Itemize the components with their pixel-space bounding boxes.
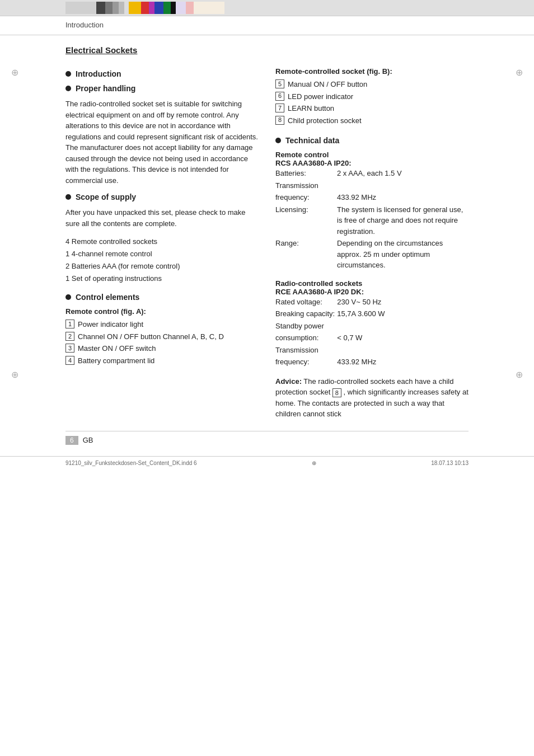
socket-spec-label-voltage: Rated voltage: (275, 296, 337, 308)
socket-fig-b-heading: Remote-controlled socket (fig. B): (275, 67, 469, 76)
rc-spec-value-batteries: 2 x AAA, each 1.5 V (337, 167, 469, 180)
remote-item-2: 2 Channel ON / OFF button Channel A, B, … (65, 331, 259, 342)
page-title: Electrical Sockets (65, 45, 469, 55)
rc-spec-value-frequency: 433.92 MHz (337, 191, 469, 204)
socket-spec-voltage: Rated voltage: 230 V~ 50 Hz (275, 296, 469, 308)
rc-spec-frequency: frequency: 433.92 MHz (275, 191, 469, 204)
scope-item-1: 4 Remote controlled sockets (65, 236, 259, 248)
remote-item-3: 3 Master ON / OFF switch (65, 343, 259, 354)
seg-red (141, 2, 149, 14)
remote-item-2-text: Channel ON / OFF button Channel A, B, C,… (78, 331, 224, 342)
intro-heading-text: Introduction (76, 69, 121, 78)
intro-heading: Introduction (65, 69, 259, 78)
num-box-3: 3 (65, 344, 74, 353)
rc-spec-value-range: Depending on the circumstances approx. 2… (337, 237, 469, 271)
rc-model-line2: RCS AAA3680-A IP20: (275, 159, 352, 167)
footer-date: 18.07.13 10:13 (431, 460, 469, 466)
rc-spec-label-batteries: Batteries: (275, 167, 337, 180)
footer-file-name: 91210_silv_Funksteckdosen-Set_Content_DK… (65, 460, 197, 466)
rc-model-line1: Remote control (275, 151, 329, 159)
right-column: Remote-controlled socket (fig. B): 5 Man… (275, 65, 469, 420)
scope-item-3: 2 Batteries AAA (for remote control) (65, 260, 259, 273)
scope-heading: Scope of supply (65, 192, 259, 201)
socket-spec-label-standby: Standby power (275, 320, 337, 332)
seg-gray1 (65, 2, 96, 14)
bullet-dot-scope (65, 194, 71, 200)
socket-spec-value-frequency: 433.92 MHz (337, 356, 469, 368)
rc-spec-label-transmission: Transmission (275, 180, 337, 192)
reg-mark-left-mid: ⊕ (11, 369, 18, 380)
advice-num-box: 8 (332, 388, 341, 397)
control-heading-text: Control elements (76, 293, 139, 302)
socket-model-heading: Radio-controlled sockets RCE AAA3680-A I… (275, 279, 469, 296)
num-box-2: 2 (65, 332, 74, 341)
top-color-bar (0, 0, 534, 16)
tech-heading: Technical data (275, 136, 469, 145)
seg-blue (154, 2, 163, 14)
socket-model-line1: Radio-controlled sockets (275, 279, 362, 288)
socket-item-5-text: Manual ON / OFF button (288, 79, 367, 90)
seg-gray4 (119, 2, 124, 14)
page-lang: GB (83, 436, 93, 444)
socket-spec-value-transmission (337, 344, 469, 356)
seg-gray5 (124, 2, 129, 14)
socket-spec-label-consumption: consumption: (275, 332, 337, 344)
footer-bar: 91210_silv_Funksteckdosen-Set_Content_DK… (0, 456, 534, 469)
seg-lavender (176, 2, 186, 14)
header-inner: Introduction (65, 20, 469, 31)
socket-item-8-text: Child protection socket (288, 115, 362, 126)
footer-center: ⊕ (312, 460, 316, 466)
seg-pink (186, 2, 194, 14)
seg-magenta (149, 2, 154, 14)
num-box-6: 6 (275, 92, 284, 101)
rc-spec-value-licensing: The system is licensed for general use, … (337, 204, 469, 238)
remote-item-3-text: Master ON / OFF switch (78, 343, 156, 354)
reg-mark-right-top: ⊕ (516, 67, 523, 78)
socket-spec-value-voltage: 230 V~ 50 Hz (337, 296, 469, 308)
bullet-dot-tech (275, 138, 281, 143)
num-box-5: 5 (275, 79, 284, 88)
bullet-dot-intro (65, 71, 71, 77)
rc-spec-value-transmission (337, 180, 469, 192)
scope-intro: After you have unpacked this set, please… (65, 207, 259, 229)
socket-spec-label-frequency: frequency: (275, 356, 337, 368)
socket-item-8: 8 Child protection socket (275, 115, 469, 126)
socket-tech-table: Rated voltage: 230 V~ 50 Hz Breaking cap… (275, 296, 469, 368)
num-box-1: 1 (65, 320, 74, 328)
socket-spec-value-standby (337, 320, 469, 332)
socket-spec-label-breaking: Breaking capacity: (275, 308, 337, 320)
scope-item-2: 1 4-channel remote control (65, 248, 259, 260)
socket-spec-value-consumption: < 0,7 W (337, 332, 469, 344)
seg-yellow (129, 2, 141, 14)
seg-green (163, 2, 171, 14)
proper-handling-text: Proper handling (76, 84, 135, 93)
seg-black1 (96, 2, 105, 14)
socket-item-7: 7 LEARN button (275, 103, 469, 114)
socket-spec-consumption: consumption: < 0,7 W (275, 332, 469, 344)
socket-spec-standby: Standby power (275, 320, 469, 332)
rc-spec-licensing: Licensing: The system is licensed for ge… (275, 204, 469, 238)
rc-spec-batteries: Batteries: 2 x AAA, each 1.5 V (275, 167, 469, 180)
rc-tech-table: Batteries: 2 x AAA, each 1.5 V Transmiss… (275, 167, 469, 271)
seg-black2 (171, 2, 176, 14)
main-content-wrapper: Electrical Sockets Introduction Proper h… (0, 35, 534, 456)
advice-bold: Advice: (275, 377, 302, 386)
scope-item-4: 1 Set of operating instructions (65, 273, 259, 285)
socket-spec-label-transmission: Transmission (275, 344, 337, 356)
socket-item-7-text: LEARN button (288, 103, 334, 114)
intro-paragraph: The radio-controlled socket set is suita… (65, 98, 259, 186)
two-col-layout: Introduction Proper handling The radio-c… (65, 65, 469, 420)
reg-mark-right-mid: ⊕ (516, 369, 523, 380)
reg-mark-left-top: ⊕ (11, 67, 18, 78)
socket-spec-value-breaking: 15,7A 3.600 W (337, 308, 469, 320)
remote-item-4: 4 Battery compartment lid (65, 355, 259, 367)
rc-model-heading: Remote control RCS AAA3680-A IP20: (275, 151, 469, 167)
rc-spec-label-licensing: Licensing: (275, 204, 337, 238)
left-column: Introduction Proper handling The radio-c… (65, 65, 259, 420)
bullet-dot-proper (65, 86, 71, 91)
num-box-7: 7 (275, 104, 284, 112)
rc-spec-label-range: Range: (275, 237, 337, 271)
remote-item-1: 1 Power indicator light (65, 319, 259, 330)
socket-model-line2: RCE AAA3680-A IP20 DK: (275, 288, 364, 296)
remote-item-1-text: Power indicator light (78, 319, 143, 330)
